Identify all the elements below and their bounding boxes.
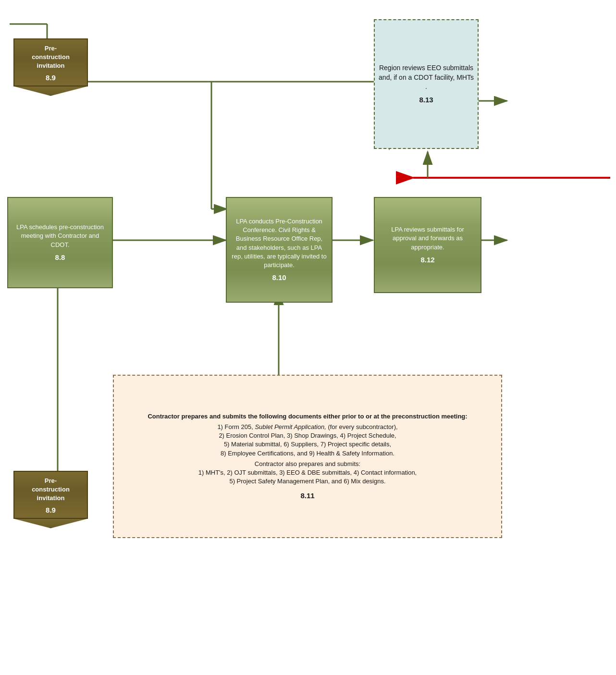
contractor-item4: 8) Employee Certifications, and 9) Healt… [221,449,394,458]
shield-top-line1: Pre- [18,44,83,53]
contractor-number: 8.11 [121,491,494,501]
contractor-item3: 5) Material submittal, 6) Suppliers, 7) … [224,440,391,449]
contractor-item6: 5) Project Safety Management Plan, and 6… [229,477,385,486]
region-reviews-text: Region reviews EEO submittals and, if on… [379,63,474,92]
contractor-intro: Contractor prepares and submits the foll… [148,412,467,421]
shield-bottom-line3: invitation [18,494,83,503]
shield-bottom-line1: Pre- [18,477,83,485]
diagram-container: Pre- construction invitation 8.9 LPA sch… [5,10,610,673]
preconstruction-invitation-bottom: Pre- construction invitation 8.9 [13,471,88,528]
lpa-schedules-text: LPA schedules pre-construction meeting w… [12,223,108,249]
lpa-conducts-number: 8.10 [272,272,286,282]
lpa-schedules-number: 8.8 [55,252,65,262]
lpa-reviews-number: 8.12 [420,255,434,265]
lpa-conducts-box: LPA conducts Pre-Construction Conference… [226,197,333,303]
shield-top-number: 8.9 [18,73,83,83]
shield-bottom-line2: construction [18,485,83,494]
lpa-conducts-text: LPA conducts Pre-Construction Conference… [231,217,328,270]
contractor-item2: 2) Erosion Control Plan, 3) Shop Drawing… [219,431,396,440]
preconstruction-invitation-top: Pre- construction invitation 8.9 [13,38,88,96]
shield-top-line2: construction [18,53,83,61]
arrows-svg [5,10,610,673]
shield-bottom-number: 8.9 [18,505,83,515]
region-reviews-box: Region reviews EEO submittals and, if on… [374,19,479,149]
lpa-reviews-text: LPA reviews submittals for approval and … [379,225,477,252]
lpa-reviews-box: LPA reviews submittals for approval and … [374,197,481,293]
contractor-also: Contractor also prepares and submits: [255,460,360,468]
contractor-item1: 1) Form 205, Sublet Permit Application, … [217,423,397,431]
contractor-item5: 1) MHT's, 2) OJT submittals, 3) EEO & DB… [198,468,417,477]
lpa-schedules-box: LPA schedules pre-construction meeting w… [7,197,113,288]
shield-top-line3: invitation [18,61,83,70]
contractor-prepares-box: Contractor prepares and submits the foll… [113,375,502,538]
region-reviews-number: 8.13 [419,95,433,105]
